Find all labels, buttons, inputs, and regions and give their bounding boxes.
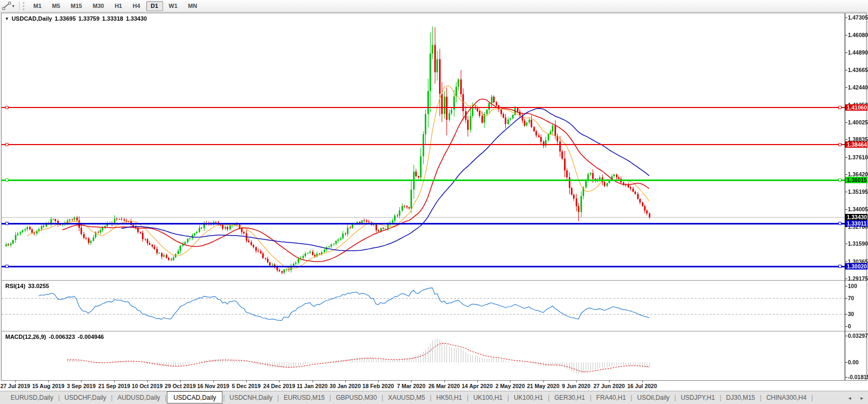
- rsi-axis-label: 0: [848, 323, 851, 329]
- date-axis: 27 Jul 201915 Aug 20193 Sep 201921 Sep 2…: [0, 381, 868, 391]
- date-tick-mark: [444, 381, 445, 382]
- chart-tab-audusd-daily[interactable]: AUDUSD,Daily: [113, 392, 165, 403]
- price-tick-label: 1.31590: [848, 240, 867, 247]
- rsi-axis-label: 30: [848, 311, 854, 317]
- timeframe-button-group: M1M5M15M30H1H4D1W1MN: [28, 1, 202, 11]
- chevron-down-icon[interactable]: ▾: [12, 4, 14, 8]
- date-tick-label: 15 Aug 2019: [32, 383, 65, 389]
- date-tick-mark: [543, 381, 544, 382]
- date-tick-label: 11 Jan 2020: [297, 383, 327, 389]
- rsi-current-value: 33.0255: [28, 283, 49, 289]
- symbol-period-label: USDCAD,Daily: [12, 15, 52, 22]
- timeframe-button-h4[interactable]: H4: [128, 1, 145, 11]
- price-tick-label: 1.44890: [848, 49, 867, 56]
- date-tick-label: 29 Oct 2019: [165, 383, 195, 389]
- timeframe-button-d1[interactable]: D1: [146, 1, 163, 11]
- date-tick-mark: [576, 381, 577, 382]
- price-tick-label: 1.35195: [848, 188, 867, 195]
- price-line-badge: 1.38464: [845, 141, 867, 148]
- chart-tab-gbpusd-m30[interactable]: GBPUSD,M30: [332, 392, 381, 403]
- timeframe-button-h1[interactable]: H1: [110, 1, 127, 11]
- date-tick-label: 24 Dec 2019: [263, 383, 295, 389]
- toolbar-separator: [19, 2, 20, 11]
- chart-tab-eurusd-daily[interactable]: EURUSD,Daily: [6, 392, 58, 403]
- date-tick-label: 14 Apr 2020: [462, 383, 493, 389]
- chart-tab-ger30-h1[interactable]: GER30,H1: [550, 392, 589, 403]
- date-tick-mark: [345, 381, 346, 382]
- ohlc-close: 1.33430: [126, 15, 147, 22]
- date-tick-mark: [477, 381, 478, 382]
- ohlc-high: 1.33759: [78, 15, 100, 22]
- tab-scroll-right-button[interactable]: ▸: [856, 395, 868, 401]
- chart-tab-usdcad-daily[interactable]: USDCAD,Daily: [167, 391, 222, 403]
- rsi-indicator-label[interactable]: RSI(14)33.0255: [5, 283, 49, 289]
- date-tick-mark: [609, 381, 610, 382]
- date-tick-label: 16 Jul 2020: [627, 383, 657, 389]
- price-line-badge: 1.30020: [845, 263, 867, 270]
- macd-name: MACD(12,26,9): [5, 334, 46, 340]
- date-tick-mark: [312, 381, 313, 382]
- timeframe-button-m30[interactable]: M30: [88, 1, 109, 11]
- rsi-axis-label: 100: [848, 283, 857, 289]
- date-tick-label: 30 Jan 2020: [329, 383, 361, 389]
- date-tick-mark: [81, 381, 82, 382]
- chart-tab-hk50-h1[interactable]: HK50,H1: [432, 392, 467, 403]
- chart-tab-usdcnh-daily[interactable]: USDCNH,Daily: [225, 392, 276, 403]
- date-tick-mark: [213, 381, 214, 382]
- chart-tab-usoil-daily[interactable]: USOil,Daily: [633, 392, 674, 403]
- chart-tab-usdjpy-h1[interactable]: USDJPY,H1: [676, 392, 719, 403]
- price-tick-label: 1.47305: [848, 14, 867, 21]
- price-line-badge: 1.36015: [845, 177, 867, 183]
- chart-tab-uk100-h1[interactable]: UK100,H1: [469, 392, 507, 403]
- macd-current-value: -0.006323: [49, 334, 75, 340]
- date-tick-label: 21 Sep 2019: [99, 383, 130, 389]
- timeframe-button-w1[interactable]: W1: [164, 1, 183, 11]
- trading-platform-window: { "toolbar": { "tool_icon": "trendline-t…: [0, 0, 868, 404]
- chart-tab-fra40-h1[interactable]: FRA40,H1: [592, 392, 630, 403]
- date-tick-mark: [15, 381, 16, 382]
- date-tick-mark: [411, 381, 411, 382]
- timeframe-button-m1[interactable]: M1: [29, 1, 46, 11]
- macd-indicator-label[interactable]: MACD(12,26,9)-0.006323-0.004946: [5, 334, 104, 340]
- macd-axis-label: 0.00: [848, 359, 858, 365]
- triangle-down-icon[interactable]: ▼: [5, 16, 9, 21]
- date-tick-mark: [246, 381, 247, 382]
- date-tick-label: 9 Jun 2020: [562, 383, 590, 389]
- price-tick-label: 1.37610: [848, 154, 867, 160]
- chart-tab-uk100-h1[interactable]: UK100,H1: [509, 392, 547, 403]
- drawing-tool-button[interactable]: ▾: [0, 0, 18, 12]
- trendline-tool-icon: [2, 2, 12, 10]
- chart-window: ▼USDCAD,Daily1.336951.337591.333181.3343…: [1, 13, 867, 381]
- date-tick-mark: [642, 381, 643, 382]
- macd-signal-value: -0.004946: [78, 334, 104, 340]
- date-tick-mark: [180, 381, 181, 382]
- chart-canvas[interactable]: [2, 13, 866, 380]
- price-tick-label: 1.46080: [848, 32, 867, 38]
- chart-tab-dj30-m15[interactable]: DJ30,M15: [722, 392, 759, 403]
- price-line-badge: 1.33430: [845, 214, 867, 220]
- rsi-name: RSI(14): [5, 283, 25, 289]
- date-tick-label: 7 Mar 2020: [397, 383, 426, 389]
- date-tick-label: 27 Jun 2020: [593, 383, 625, 389]
- chart-tab-xauusd-m5[interactable]: XAUUSD,M5: [384, 392, 429, 403]
- date-tick-label: 16 Nov 2019: [197, 383, 229, 389]
- toolbar-grip-handle[interactable]: [23, 2, 25, 10]
- chart-tab-usdchf-daily[interactable]: USDCHF,Daily: [60, 392, 111, 403]
- ohlc-open: 1.33695: [55, 15, 76, 22]
- date-tick-label: 3 Sep 2019: [67, 383, 95, 389]
- timeframe-button-m5[interactable]: M5: [47, 1, 65, 11]
- chart-title[interactable]: ▼USDCAD,Daily1.336951.337591.333181.3343…: [5, 15, 147, 22]
- price-tick-label: 1.43665: [848, 67, 867, 73]
- macd-axis-label: 0.032972: [848, 333, 868, 339]
- chart-tab-eurusd-m15[interactable]: EURUSD,M15: [280, 392, 329, 403]
- chart-tab-china300-h4[interactable]: CHINA300,H4: [762, 392, 811, 403]
- price-line-badge: 1.33011: [845, 220, 867, 227]
- date-tick-label: 2 May 2020: [496, 383, 525, 389]
- tab-separator: |: [811, 394, 813, 401]
- tab-scroll-left-button[interactable]: ◂: [844, 395, 856, 401]
- timeframe-button-mn[interactable]: MN: [183, 1, 202, 11]
- timeframe-button-m15[interactable]: M15: [66, 1, 87, 11]
- date-tick-label: 18 Feb 2020: [362, 383, 394, 389]
- price-tick-label: 1.34005: [848, 206, 867, 212]
- date-tick-mark: [510, 381, 511, 382]
